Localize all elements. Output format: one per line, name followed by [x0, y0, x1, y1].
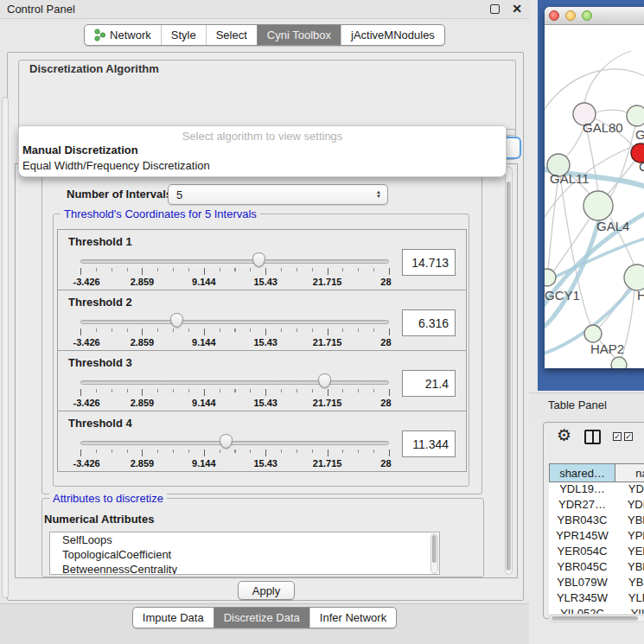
- tab-discretize-data[interactable]: Discretize Data: [214, 608, 309, 628]
- table-cell[interactable]: YBL079W: [549, 576, 615, 591]
- slider-thumb[interactable]: [318, 373, 331, 388]
- close-icon[interactable]: ✕: [512, 4, 522, 14]
- table-horizontal-scrollbar[interactable]: [549, 615, 644, 622]
- slider-track[interactable]: [80, 320, 389, 324]
- tab-impute-data-label: Impute Data: [143, 611, 204, 624]
- table-toolbar: ⚙ ✓ ✓: [544, 423, 644, 457]
- table-row[interactable]: YER054C YER0: [549, 545, 644, 560]
- table-cell[interactable]: YBR043C: [549, 513, 615, 529]
- table-cell[interactable]: YER054C: [549, 545, 615, 560]
- column-header-shared[interactable]: shared…: [549, 463, 615, 482]
- table-cell[interactable]: YDR27…: [549, 498, 615, 513]
- table-cell[interactable]: YIL0: [615, 607, 644, 614]
- tab-select[interactable]: Select: [206, 25, 257, 45]
- network-window-titlebar[interactable]: [545, 7, 644, 25]
- gear-icon[interactable]: ⚙: [557, 425, 571, 445]
- popup-option-equal-width-frequency[interactable]: Equal Width/Frequency Discretization: [19, 158, 506, 174]
- list-scrollbar-thumb[interactable]: [432, 535, 437, 563]
- node-h[interactable]: [624, 265, 644, 290]
- table-header-row: shared… na: [549, 463, 644, 482]
- checkbox-icon[interactable]: ✓: [613, 432, 622, 441]
- table-cell[interactable]: YPR145W: [549, 529, 615, 545]
- table-cell[interactable]: YER0: [615, 545, 644, 560]
- tick-label: 28: [380, 458, 391, 469]
- float-window-icon[interactable]: [490, 4, 500, 14]
- list-scrollbar[interactable]: [430, 533, 438, 574]
- column-layout-icon[interactable]: [584, 430, 601, 444]
- table-row[interactable]: YBL079W YBL0: [549, 576, 644, 591]
- checkbox-icon[interactable]: ✓: [624, 432, 633, 441]
- tab-cyni-toolbox[interactable]: Cyni Toolbox: [257, 25, 341, 45]
- node-bottom[interactable]: [611, 357, 627, 368]
- tab-jactivemnodules[interactable]: jActiveMNodules: [341, 25, 444, 45]
- node-top-right[interactable]: [627, 105, 644, 126]
- threshold-4-slider[interactable]: -3.426 2.859 9.144 15.43 21.715 28: [80, 432, 389, 470]
- control-panel-tab-bar: Network Style Select Cyni Toolbox jActiv…: [0, 24, 529, 46]
- table-row[interactable]: YPR145W YPR1: [549, 529, 644, 545]
- list-item[interactable]: TopologicalCoefficient: [50, 547, 439, 562]
- table-row[interactable]: YLR345W YLR3: [549, 591, 644, 607]
- threshold-2-value-field[interactable]: 6.316: [402, 309, 456, 336]
- table-cell[interactable]: YBR045C: [549, 560, 615, 576]
- node-label-h: H: [637, 288, 644, 303]
- popup-option-manual-discretization[interactable]: Manual Discretization: [19, 143, 506, 158]
- table-cell[interactable]: YDL1: [615, 482, 644, 498]
- table-row[interactable]: YBR043C YBR0: [549, 513, 644, 529]
- threshold-3-value-field[interactable]: 21.4: [402, 370, 456, 397]
- tab-style[interactable]: Style: [161, 25, 206, 45]
- slider-track[interactable]: [80, 380, 389, 385]
- node-hap2[interactable]: [584, 325, 602, 342]
- node-gal4[interactable]: [583, 191, 613, 220]
- slider-thumb[interactable]: [170, 313, 183, 328]
- table-cell[interactable]: YBL0: [615, 576, 644, 591]
- interval-definition-group: Interval Definition Number of Intervals …: [41, 169, 482, 494]
- slider-major-ticks: [80, 389, 390, 396]
- table-cell[interactable]: YPR1: [615, 529, 644, 545]
- close-traffic-light-icon[interactable]: [549, 10, 559, 21]
- tab-network[interactable]: Network: [85, 25, 161, 45]
- table-row[interactable]: YIL052C YIL0: [549, 607, 644, 614]
- tick-label: -3.426: [73, 337, 100, 348]
- tick-label: 28: [380, 277, 391, 287]
- settings-scrollbar[interactable]: [505, 167, 513, 575]
- tab-impute-data[interactable]: Impute Data: [133, 608, 214, 628]
- threshold-1-value-field[interactable]: 14.713: [402, 249, 456, 276]
- table-row[interactable]: YDR27… YDR2: [549, 498, 644, 513]
- slider-track[interactable]: [80, 259, 389, 264]
- threshold-4-value-field[interactable]: 11.344: [402, 430, 456, 457]
- table-cell[interactable]: YLR3: [615, 591, 644, 607]
- tick-label: 28: [380, 337, 391, 348]
- minimize-traffic-light-icon[interactable]: [565, 10, 576, 21]
- slider-tick-labels: -3.426 2.859 9.144 15.43 21.715 28: [80, 337, 389, 348]
- table-cell[interactable]: YDL19…: [549, 482, 615, 498]
- table-horizontal-scrollbar-thumb[interactable]: [552, 616, 638, 621]
- table-cell[interactable]: YBR0: [615, 560, 644, 576]
- threshold-3-slider[interactable]: -3.426 2.859 9.144 15.43 21.715 28: [80, 372, 389, 410]
- threshold-1-slider[interactable]: -3.426 2.859 9.144 15.43 21.715 28: [80, 251, 389, 289]
- list-item[interactable]: BetweennessCentrality: [50, 562, 439, 575]
- numerical-attributes-list[interactable]: SelfLoops TopologicalCoefficient Between…: [49, 532, 440, 575]
- network-canvas[interactable]: GAL80 GA GAL11 GAL4 GCY1 H HAP2 C: [545, 25, 644, 368]
- settings-scrollbar-thumb[interactable]: [507, 182, 511, 571]
- column-header-name[interactable]: na: [615, 463, 644, 482]
- table-row[interactable]: YBR045C YBR0: [549, 560, 644, 576]
- thresholds-group: Threshold's Coordinates for 5 Intervals …: [53, 214, 469, 487]
- table-cell[interactable]: YBR0: [615, 513, 644, 529]
- table-cell[interactable]: YDR2: [615, 498, 644, 513]
- slider-thumb[interactable]: [220, 434, 233, 449]
- number-of-intervals-label: Number of Intervals: [67, 188, 172, 201]
- zoom-traffic-light-icon[interactable]: [582, 10, 592, 21]
- slider-track[interactable]: [80, 441, 389, 445]
- control-panel-left-scrollbar[interactable]: [2, 97, 9, 598]
- node-gcy1[interactable]: [545, 269, 556, 286]
- table-row[interactable]: YDL19… YDL1: [549, 482, 644, 498]
- number-of-intervals-combo[interactable]: 5 ▲▼: [168, 184, 388, 205]
- apply-button[interactable]: Apply: [238, 581, 295, 600]
- tab-jactivemnodules-label: jActiveMNodules: [351, 29, 435, 41]
- slider-thumb[interactable]: [252, 252, 265, 267]
- list-item[interactable]: SelfLoops: [50, 532, 439, 547]
- table-cell[interactable]: YIL052C: [549, 607, 615, 614]
- table-cell[interactable]: YLR345W: [549, 591, 615, 607]
- threshold-2-slider[interactable]: -3.426 2.859 9.144 15.43 21.715 28: [80, 311, 389, 349]
- tab-infer-network[interactable]: Infer Network: [309, 608, 396, 628]
